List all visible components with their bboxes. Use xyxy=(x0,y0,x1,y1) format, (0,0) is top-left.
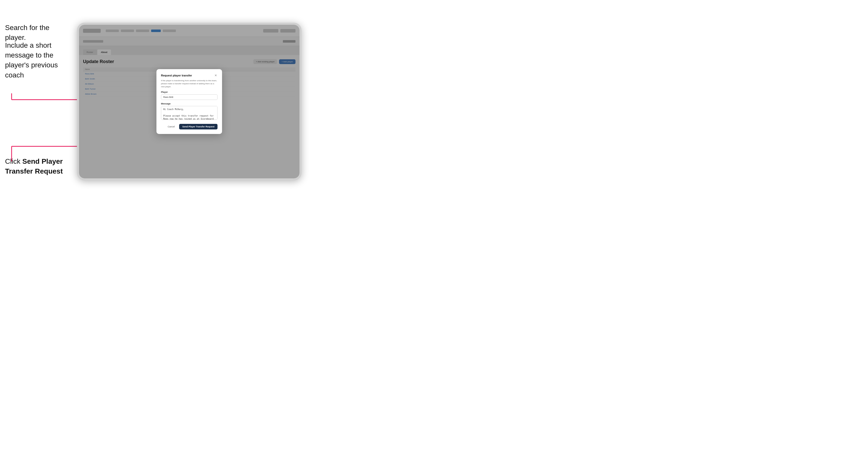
modal-description: If the player is transferring from anoth… xyxy=(161,79,217,88)
modal-footer: Cancel Send Player Transfer Request xyxy=(161,124,217,129)
annotation-click: Click Send Player Transfer Request xyxy=(5,156,66,176)
tablet-device: Roster About Update Roster + Add existin… xyxy=(77,23,302,180)
request-transfer-modal: Request player transfer ✕ If the player … xyxy=(156,69,222,134)
player-search-input[interactable] xyxy=(161,94,217,100)
message-textarea[interactable]: Hi Coach McHarg, Please accept this tran… xyxy=(161,106,217,120)
message-field-label: Message xyxy=(161,102,217,105)
modal-overlay: Request player transfer ✕ If the player … xyxy=(79,25,300,178)
tablet-screen: Roster About Update Roster + Add existin… xyxy=(79,25,300,178)
annotation-message: Include a short message to the player's … xyxy=(5,40,76,80)
modal-close-button[interactable]: ✕ xyxy=(214,74,217,77)
annotation-search: Search for the player. xyxy=(5,23,71,42)
send-transfer-request-button[interactable]: Send Player Transfer Request xyxy=(179,124,217,129)
modal-title: Request player transfer xyxy=(161,74,192,77)
player-field-label: Player xyxy=(161,91,217,93)
modal-header: Request player transfer ✕ xyxy=(161,74,217,77)
cancel-button[interactable]: Cancel xyxy=(165,124,177,129)
